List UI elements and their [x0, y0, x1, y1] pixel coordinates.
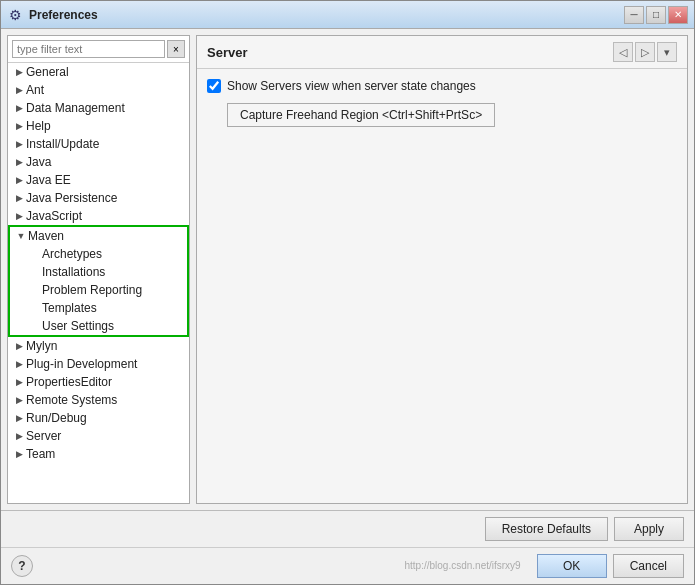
- tree-item-java[interactable]: ▶ Java: [8, 153, 189, 171]
- tree-item-java-ee[interactable]: ▶ Java EE: [8, 171, 189, 189]
- window-icon: ⚙: [7, 7, 23, 23]
- maven-group: ▼ Maven Archetypes Installations: [8, 225, 189, 337]
- tree-label-templates: Templates: [42, 301, 97, 315]
- chevron-right-icon: ▶: [12, 211, 26, 221]
- forward-button[interactable]: ▷: [635, 42, 655, 62]
- close-button[interactable]: ✕: [668, 6, 688, 24]
- title-bar: ⚙ Preferences ─ □ ✕: [1, 1, 694, 29]
- tree-label-java: Java: [26, 155, 51, 169]
- show-servers-row: Show Servers view when server state chan…: [207, 79, 677, 93]
- tree-item-server[interactable]: ▶ Server: [8, 427, 189, 445]
- tree-label-javascript: JavaScript: [26, 209, 82, 223]
- ok-button[interactable]: OK: [537, 554, 607, 578]
- tree-label-general: General: [26, 65, 69, 79]
- chevron-right-icon: ▶: [12, 103, 26, 113]
- tree-item-run-debug[interactable]: ▶ Run/Debug: [8, 409, 189, 427]
- tree-item-ant[interactable]: ▶ Ant: [8, 81, 189, 99]
- chevron-right-icon: ▶: [12, 341, 26, 351]
- tree-item-general[interactable]: ▶ General: [8, 63, 189, 81]
- tree-label-java-persistence: Java Persistence: [26, 191, 117, 205]
- show-servers-label: Show Servers view when server state chan…: [227, 79, 476, 93]
- tree-item-problem-reporting[interactable]: Problem Reporting: [24, 281, 187, 299]
- tree-label-remote-systems: Remote Systems: [26, 393, 117, 407]
- tree-item-templates[interactable]: Templates: [24, 299, 187, 317]
- chevron-right-icon: ▶: [12, 139, 26, 149]
- back-button[interactable]: ◁: [613, 42, 633, 62]
- tree-label-installations: Installations: [42, 265, 105, 279]
- main-content: × ▶ General ▶ Ant ▶ Data Management: [1, 29, 694, 510]
- dropdown-button[interactable]: ▾: [657, 42, 677, 62]
- show-servers-checkbox[interactable]: [207, 79, 221, 93]
- tree-item-help[interactable]: ▶ Help: [8, 117, 189, 135]
- ok-cancel-buttons: http://blog.csdn.net/ifsrxy9 OK Cancel: [394, 554, 684, 578]
- tree-label-ant: Ant: [26, 83, 44, 97]
- chevron-right-icon: ▶: [12, 121, 26, 131]
- restore-defaults-button[interactable]: Restore Defaults: [485, 517, 608, 541]
- tree-label-mylyn: Mylyn: [26, 339, 57, 353]
- tree-label-user-settings: User Settings: [42, 319, 114, 333]
- cancel-button[interactable]: Cancel: [613, 554, 684, 578]
- tree-container: ▶ General ▶ Ant ▶ Data Management ▶ Help: [8, 63, 189, 503]
- tree-item-user-settings[interactable]: User Settings: [24, 317, 187, 335]
- tree-item-data-management[interactable]: ▶ Data Management: [8, 99, 189, 117]
- chevron-right-icon: ▶: [12, 359, 26, 369]
- tree-label-help: Help: [26, 119, 51, 133]
- chevron-right-icon: ▶: [12, 431, 26, 441]
- tree-item-java-persistence[interactable]: ▶ Java Persistence: [8, 189, 189, 207]
- tree-label-properties-editor: PropertiesEditor: [26, 375, 112, 389]
- restore-apply-row: Restore Defaults Apply: [1, 511, 694, 548]
- minimize-button[interactable]: ─: [624, 6, 644, 24]
- tree-label-team: Team: [26, 447, 55, 461]
- tree-label-problem-reporting: Problem Reporting: [42, 283, 142, 297]
- right-panel: Server ◁ ▷ ▾ Show Servers view when serv…: [196, 35, 688, 504]
- chevron-right-icon: ▶: [12, 193, 26, 203]
- help-button[interactable]: ?: [11, 555, 33, 577]
- chevron-right-icon: ▶: [12, 85, 26, 95]
- maven-children: Archetypes Installations Problem Reporti…: [24, 245, 187, 335]
- chevron-right-icon: ▶: [12, 157, 26, 167]
- tree-item-mylyn[interactable]: ▶ Mylyn: [8, 337, 189, 355]
- left-panel: × ▶ General ▶ Ant ▶ Data Management: [7, 35, 190, 504]
- chevron-down-icon: ▼: [14, 231, 28, 241]
- tree-item-properties-editor[interactable]: ▶ PropertiesEditor: [8, 373, 189, 391]
- chevron-right-icon: ▶: [12, 449, 26, 459]
- panel-body: Show Servers view when server state chan…: [197, 69, 687, 503]
- tree-label-archetypes: Archetypes: [42, 247, 102, 261]
- window-title: Preferences: [29, 8, 624, 22]
- panel-title: Server: [207, 45, 247, 60]
- tree-item-remote-systems[interactable]: ▶ Remote Systems: [8, 391, 189, 409]
- bottom-bar: Restore Defaults Apply ? http://blog.csd…: [1, 510, 694, 584]
- filter-box: ×: [8, 36, 189, 63]
- tree-label-install-update: Install/Update: [26, 137, 99, 151]
- tree-label-plugin-development: Plug-in Development: [26, 357, 137, 371]
- panel-header: Server ◁ ▷ ▾: [197, 36, 687, 69]
- ok-cancel-row: ? http://blog.csdn.net/ifsrxy9 OK Cancel: [1, 548, 694, 584]
- chevron-right-icon: ▶: [12, 395, 26, 405]
- chevron-right-icon: ▶: [12, 67, 26, 77]
- tree-item-maven[interactable]: ▼ Maven: [10, 227, 187, 245]
- chevron-right-icon: ▶: [12, 175, 26, 185]
- maximize-button[interactable]: □: [646, 6, 666, 24]
- tree-label-data-management: Data Management: [26, 101, 125, 115]
- clear-filter-button[interactable]: ×: [167, 40, 185, 58]
- tree-item-archetypes[interactable]: Archetypes: [24, 245, 187, 263]
- capture-button[interactable]: Capture Freehand Region <Ctrl+Shift+PrtS…: [227, 103, 495, 127]
- tree-item-install-update[interactable]: ▶ Install/Update: [8, 135, 189, 153]
- tree-label-java-ee: Java EE: [26, 173, 71, 187]
- search-input[interactable]: [12, 40, 165, 58]
- title-bar-buttons: ─ □ ✕: [624, 6, 688, 24]
- panel-toolbar: ◁ ▷ ▾: [613, 42, 677, 62]
- apply-button[interactable]: Apply: [614, 517, 684, 541]
- chevron-right-icon: ▶: [12, 377, 26, 387]
- tree-label-server: Server: [26, 429, 61, 443]
- preferences-window: ⚙ Preferences ─ □ ✕ × ▶ General ▶: [0, 0, 695, 585]
- tree-label-maven: Maven: [28, 229, 64, 243]
- tree-label-run-debug: Run/Debug: [26, 411, 87, 425]
- chevron-right-icon: ▶: [12, 413, 26, 423]
- tree-item-javascript[interactable]: ▶ JavaScript: [8, 207, 189, 225]
- tree-item-team[interactable]: ▶ Team: [8, 445, 189, 463]
- tree-item-installations[interactable]: Installations: [24, 263, 187, 281]
- watermark: http://blog.csdn.net/ifsrxy9: [394, 560, 530, 573]
- tree-item-plugin-development[interactable]: ▶ Plug-in Development: [8, 355, 189, 373]
